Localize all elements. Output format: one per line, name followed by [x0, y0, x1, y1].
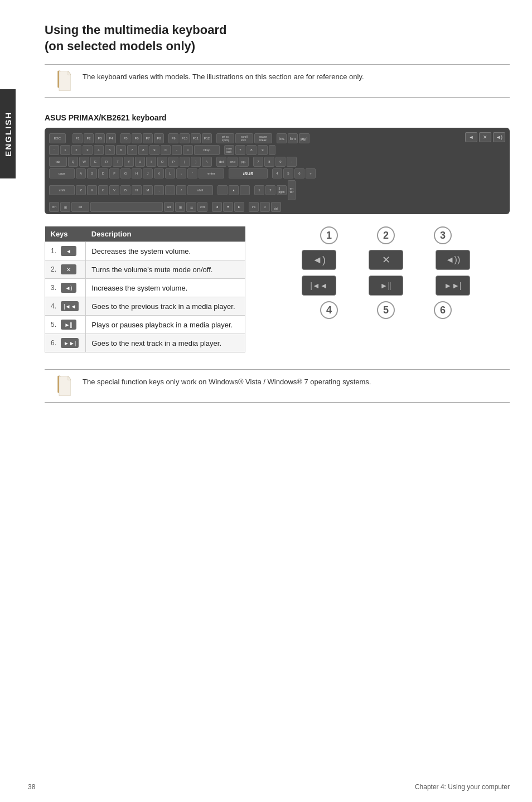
table-cell-key: 4. |◄◄: [45, 297, 86, 316]
page-title: Using the multimedia keyboard (on select…: [45, 22, 510, 54]
table-row: 3. ◄) Increases the system volume.: [45, 279, 245, 297]
col-desc: Description: [86, 226, 245, 242]
diag-key-prev: |◄◄: [302, 276, 336, 296]
diag-num-3: 3: [434, 226, 452, 244]
section-title: ASUS PRIMAX/KB2621 keyboard: [45, 113, 510, 122]
note-box-2: The special function keys only work on W…: [45, 369, 510, 403]
page-footer: 38 Chapter 4: Using your computer: [28, 783, 510, 791]
table-cell-desc: Decreases the system volume.: [86, 242, 245, 260]
diag-group-6: 6: [434, 301, 452, 319]
diag-key-vol-down: ◄): [302, 250, 336, 270]
keyboard-diagram: ◄ ✕ ◄) ESC F1 F2 F3 F4 F5 F6 F7 F8 F9 F1…: [45, 128, 510, 214]
diagram-icons-row2: |◄◄ ►‖ ►►|: [302, 276, 470, 296]
table-cell-desc: Goes to the previous track in a media pl…: [86, 297, 245, 316]
table-cell-key: 1. ◄: [45, 242, 86, 260]
table-cell-desc: Increases the system volume.: [86, 279, 245, 297]
diag-key-play: ►‖: [369, 276, 403, 296]
diag-group-2: 2: [377, 226, 395, 244]
table-row: 4. |◄◄ Goes to the previous track in a m…: [45, 297, 245, 316]
keys-table: Keys Description 1. ◄ Decreases the syst…: [45, 226, 245, 352]
diag-group-5: 5: [377, 301, 395, 319]
note-text-2: The special function keys only work on W…: [83, 375, 371, 386]
table-diagram-section: Keys Description 1. ◄ Decreases the syst…: [45, 226, 510, 352]
kb-vol-down: ◄: [465, 132, 477, 142]
diag-key-next: ►►|: [436, 276, 470, 296]
table-cell-desc: Turns the volume's mute mode on/off.: [86, 260, 245, 279]
note-icon-1: [54, 70, 75, 91]
note-icon-2: [54, 375, 75, 397]
table-cell-key: 5. ►‖: [45, 316, 86, 334]
footer-chapter: Chapter 4: Using your computer: [415, 783, 510, 791]
kb-media-buttons: ◄ ✕ ◄): [465, 132, 505, 142]
table-row: 1. ◄ Decreases the system volume.: [45, 242, 245, 260]
col-keys: Keys: [45, 226, 86, 242]
table-cell-desc: Plays or pauses playback in a media play…: [86, 316, 245, 334]
main-content: Using the multimedia keyboard (on select…: [28, 0, 532, 425]
side-language-label: ENGLISH: [3, 112, 13, 157]
table-row: 5. ►‖ Plays or pauses playback in a medi…: [45, 316, 245, 334]
diag-group-4: 4: [320, 301, 338, 319]
side-language-tab: ENGLISH: [0, 89, 16, 178]
diag-key-mute: ✕: [369, 250, 403, 270]
note-box-1: The keyboard varies with models. The ill…: [45, 64, 510, 98]
diag-num-2: 2: [377, 226, 395, 244]
footer-page-number: 38: [28, 783, 35, 791]
diag-num-1: 1: [320, 226, 338, 244]
diag-num-5: 5: [377, 301, 395, 319]
table-cell-key: 6. ►►|: [45, 334, 86, 352]
kb-mute: ✕: [479, 132, 491, 142]
diag-num-4: 4: [320, 301, 338, 319]
diag-key-vol-up: ◄)): [436, 250, 470, 270]
keyboard-rows: ESC F1 F2 F3 F4 F5 F6 F7 F8 F9 F10 F11 F…: [49, 133, 505, 212]
esc-key: ESC: [49, 133, 66, 143]
diagram-icons-row1: ◄) ✕ ◄)): [302, 250, 470, 270]
table-cell-desc: Goes to the next track in a media player…: [86, 334, 245, 352]
diag-group-3: 3: [434, 226, 452, 244]
diag-group-1: 1: [320, 226, 338, 244]
diagram-numbers-top: 1 2 3: [320, 226, 452, 244]
table-row: 6. ►►| Goes to the next track in a media…: [45, 334, 245, 352]
table-cell-key: 2. ✕: [45, 260, 86, 279]
diagram-numbers-bottom: 4 5 6: [320, 301, 452, 319]
diagram-area: 1 2 3 ◄) ✕ ◄)) |◄◄: [262, 226, 510, 319]
table-row: 2. ✕ Turns the volume's mute mode on/off…: [45, 260, 245, 279]
table-cell-key: 3. ◄): [45, 279, 86, 297]
diag-num-6: 6: [434, 301, 452, 319]
note-text-1: The keyboard varies with models. The ill…: [83, 70, 364, 81]
kb-vol-up: ◄): [493, 132, 505, 142]
